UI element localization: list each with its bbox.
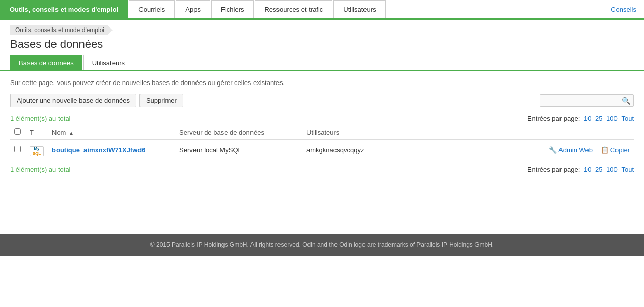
select-all-checkbox[interactable] [14, 128, 21, 135]
col-header-server: Serveur de base de données [175, 125, 302, 140]
pagination-10-bottom[interactable]: 10 [584, 165, 591, 173]
copy-link[interactable]: 📋Copier [601, 146, 630, 154]
pagination-25-top[interactable]: 25 [595, 115, 602, 122]
nav-item-utilisateurs[interactable]: Utilisateurs [333, 0, 385, 18]
col-header-actions [404, 125, 634, 140]
copy-icon: 📋 [601, 146, 609, 154]
row-type-cell: My SQL [25, 140, 48, 160]
row-checkbox-cell [10, 140, 25, 160]
breadcrumb-label: Outils, conseils et mode d'emploi [10, 25, 113, 35]
pagination-tout-bottom[interactable]: Tout [621, 165, 634, 173]
breadcrumb: Outils, conseils et mode d'emploi [0, 20, 644, 35]
col-header-checkbox [10, 125, 25, 140]
row-actions-cell: 🔧Admin Web 📋Copier [404, 140, 634, 160]
tab-bases-de-donnees[interactable]: Bases de données [10, 55, 82, 70]
nav-item-ressources[interactable]: Ressources et trafic [255, 0, 332, 18]
table-row: My SQL boutique_aimxnxfW71XJfwd6 Serveur… [10, 140, 634, 160]
admin-web-link[interactable]: 🔧Admin Web [549, 146, 595, 154]
wrench-icon: 🔧 [549, 146, 557, 154]
nav-item-courriels[interactable]: Courriels [129, 0, 175, 18]
page-title: Bases de données [0, 35, 644, 55]
databases-table: T Nom ▲ Serveur de base de données Utili… [10, 125, 634, 160]
search-box: 🔍 [540, 94, 634, 107]
users-value: amkgknacsqvcqqyz [306, 146, 364, 154]
mysql-icon: My SQL [30, 146, 44, 156]
pagination-10-top[interactable]: 10 [584, 115, 591, 122]
col-header-name[interactable]: Nom ▲ [48, 125, 175, 140]
conseils-link[interactable]: Conseils [611, 6, 636, 13]
pagination-100-top[interactable]: 100 [606, 115, 618, 122]
sort-arrow-icon: ▲ [69, 130, 74, 136]
search-icon[interactable]: 🔍 [622, 97, 630, 105]
delete-button[interactable]: Supprimer [139, 94, 183, 107]
pagination-top: Entrées par page: 10 25 100 Tout [527, 115, 634, 122]
pagination-100-bottom[interactable]: 100 [606, 165, 618, 173]
row-server-cell: Serveur local MySQL [175, 140, 302, 160]
row-name-cell: boutique_aimxnxfW71XJfwd6 [48, 140, 175, 160]
nav-item-apps[interactable]: Apps [176, 0, 210, 18]
database-name-link[interactable]: boutique_aimxnxfW71XJfwd6 [52, 146, 145, 154]
pagination-25-bottom[interactable]: 25 [595, 165, 602, 173]
pagination-bottom: Entrées par page: 10 25 100 Tout [527, 165, 634, 173]
col-header-users: Utilisateurs [302, 125, 404, 140]
row-users-cell: amkgknacsqvcqqyz [302, 140, 404, 160]
col-header-type: T [25, 125, 48, 140]
footer: © 2015 Parallels IP Holdings GmbH. All r… [0, 234, 644, 256]
nav-item-fichiers[interactable]: Fichiers [211, 0, 254, 18]
server-name: Serveur local MySQL [179, 146, 242, 154]
tab-utilisateurs[interactable]: Utilisateurs [83, 55, 133, 70]
count-top: 1 élément(s) au total [10, 115, 71, 122]
count-bottom: 1 élément(s) au total [10, 165, 71, 173]
nav-item-outils[interactable]: Outils, conseils et modes d'emploi [0, 0, 128, 18]
add-database-button[interactable]: Ajouter une nouvelle base de données [10, 94, 136, 107]
search-input[interactable] [540, 94, 634, 107]
pagination-tout-top[interactable]: Tout [621, 115, 634, 122]
description-text: Sur cette page, vous pouvez créer de nou… [10, 79, 634, 87]
row-checkbox[interactable] [14, 146, 21, 152]
